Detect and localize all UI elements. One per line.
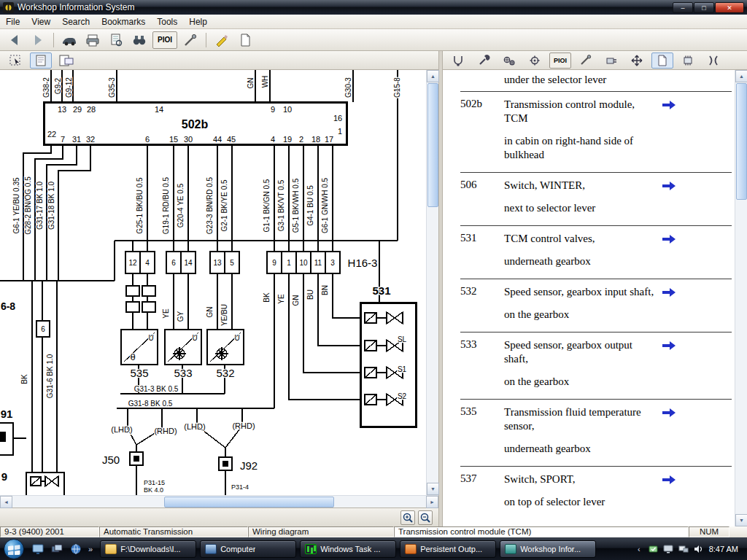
highlight-pen-button[interactable] (212, 31, 232, 49)
back-button[interactable] (4, 31, 25, 49)
scroll-right-button[interactable]: ► (426, 496, 438, 508)
diagram-label: S1 (398, 365, 407, 373)
show-desktop-icon[interactable] (30, 541, 46, 557)
ground-j92 (219, 457, 232, 470)
maximize-button[interactable]: □ (694, 2, 714, 13)
new-page-button[interactable] (235, 31, 255, 49)
wiring-diagram[interactable]: 502b132928149101622731326153044454192181… (0, 70, 426, 495)
clamp-button[interactable] (703, 52, 724, 69)
diagram-label: G2-1 BK/YE 0.5 (220, 179, 228, 232)
tray-expand-chevron[interactable]: ‹ (635, 545, 643, 553)
vehicle-button[interactable] (59, 31, 80, 49)
notes-view-button[interactable] (55, 52, 77, 69)
pioi-button[interactable]: PIOI (152, 31, 177, 49)
component-row: 537Switch, SPORT,on top of selector leve… (460, 467, 732, 519)
menu-help[interactable]: Help (183, 16, 213, 28)
probe-button[interactable] (180, 31, 201, 49)
menu-tools[interactable]: Tools (151, 16, 183, 28)
menu-search[interactable]: Search (56, 16, 96, 28)
scroll-up-button[interactable]: ▲ (427, 70, 439, 82)
diagram-view-button[interactable] (30, 52, 52, 69)
scroll-thumb[interactable] (164, 497, 334, 508)
goto-diagram-arrow-icon[interactable] (662, 98, 678, 162)
taskbar-button[interactable]: F:\Downloads\I... (100, 540, 196, 558)
print-button[interactable] (82, 31, 103, 49)
network-icon[interactable] (678, 544, 689, 553)
connector-button[interactable] (600, 52, 622, 69)
start-button[interactable] (4, 539, 24, 559)
main-area: 502b132928149101622731326153044454192181… (0, 51, 747, 526)
probe-button[interactable] (575, 52, 597, 69)
status-field: 9-3 (9400) 2001 (0, 526, 99, 537)
wrench-button[interactable] (473, 52, 495, 69)
menu-view[interactable]: View (26, 16, 56, 28)
goto-diagram-arrow-icon[interactable] (662, 179, 678, 215)
diagram-label: BK 4.0 (144, 486, 163, 494)
window-switcher-icon[interactable] (49, 541, 65, 557)
diagram-label: G31-3 BK 0.5 (134, 385, 179, 393)
diagram-label: 2 (299, 135, 303, 144)
gears-button[interactable] (498, 52, 520, 69)
scroll-thumb[interactable] (736, 83, 747, 200)
component-row: 502bTransmission control module, TCMin c… (460, 92, 732, 173)
diagram-hscrollbar[interactable]: ◄ ► (0, 495, 438, 508)
eject-device-icon[interactable] (648, 544, 659, 553)
search-binoculars-button[interactable] (129, 31, 150, 49)
menu-bar: FileViewSearchBookmarksToolsHelp (0, 15, 747, 29)
display-icon[interactable] (663, 544, 674, 553)
quicklaunch-overflow-chevron[interactable]: » (85, 545, 96, 553)
diagram-toolbar (0, 51, 438, 70)
forward-button[interactable] (28, 31, 48, 49)
output-icon (405, 544, 417, 554)
goto-diagram-arrow-icon[interactable] (662, 472, 678, 509)
diagnostics-tool-button[interactable] (447, 52, 469, 69)
taskbar-button[interactable]: Persistent Outp... (400, 540, 496, 558)
component-info-button[interactable] (677, 52, 699, 69)
component-list-view-button[interactable] (651, 52, 673, 69)
scroll-down-button[interactable]: ▼ (427, 483, 439, 495)
gearbox-button[interactable] (524, 52, 546, 69)
pan-tool-button[interactable] (626, 52, 648, 69)
diagram-label: 19 (283, 135, 292, 144)
diagram-vscrollbar[interactable]: ▲ ▼ (426, 70, 438, 495)
diagram-label: 4 (145, 259, 150, 267)
zoom-in-button[interactable] (400, 510, 415, 525)
taskbar-button[interactable]: Computer (200, 540, 296, 558)
diagram-label: 4 (271, 135, 275, 144)
diagram-label: 17 (325, 135, 333, 144)
browser-icon[interactable] (68, 541, 84, 557)
taskbar-button[interactable]: Workshop Infor... (500, 540, 596, 558)
scroll-left-button[interactable]: ◄ (0, 496, 12, 508)
close-button[interactable]: ✕ (715, 2, 744, 13)
diagram-label: 533 (174, 367, 192, 379)
diagram-label: GY (177, 311, 185, 322)
diagram-label: G31-8 BK 0.5 (128, 400, 173, 408)
diagram-label: G5-1 BK/WH 0.5 (292, 178, 300, 233)
goto-diagram-arrow-icon[interactable] (662, 232, 678, 268)
select-tool-button[interactable] (4, 52, 26, 69)
component-name: Speed sensor, gearbox output shaft, (504, 338, 654, 366)
goto-diagram-arrow-icon[interactable] (662, 338, 678, 389)
menu-file[interactable]: File (0, 16, 26, 28)
taskbar-clock[interactable]: 8:47 AM (709, 545, 741, 553)
menu-bookmarks[interactable]: Bookmarks (96, 16, 151, 28)
zoom-out-button[interactable] (418, 510, 433, 525)
print-preview-button[interactable] (106, 31, 126, 49)
diagram-label: G6-1 GN/WH 0.5 (321, 178, 329, 234)
goto-diagram-arrow-icon[interactable] (662, 285, 678, 322)
taskbar-button[interactable]: Windows Task ... (300, 540, 396, 558)
component-text: Speed sensor, gearbox output shaft,on th… (504, 338, 654, 389)
taskbar-button-label: Computer (220, 545, 255, 553)
goto-diagram-arrow-icon[interactable] (662, 405, 678, 456)
list-vscrollbar[interactable]: ▲ ▼ (735, 70, 747, 526)
pioi-button[interactable]: PIOI (549, 52, 571, 69)
scroll-down-button[interactable]: ▼ (735, 514, 747, 526)
scroll-up-button[interactable]: ▲ (735, 70, 747, 82)
component-location-partial: under the selector lever (460, 70, 732, 92)
volume-icon[interactable] (694, 544, 705, 553)
minimize-button[interactable]: – (673, 2, 693, 13)
diagram-label: J92 (240, 459, 258, 472)
diagram-label: 10 (283, 105, 292, 114)
status-field: Wiring diagram (248, 526, 394, 537)
scroll-thumb[interactable] (427, 83, 438, 207)
